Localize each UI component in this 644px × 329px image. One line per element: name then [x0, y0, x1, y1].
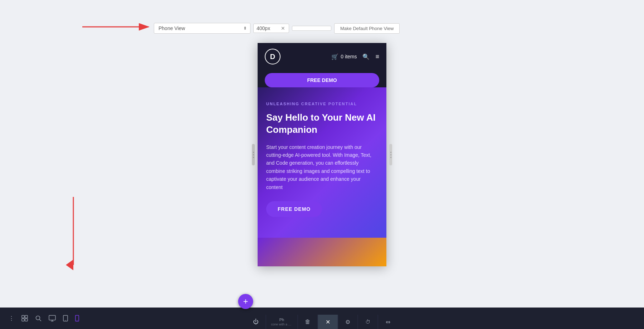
hero-title: Say Hello to Your New AI Companion	[266, 112, 378, 136]
cart-icon: 🛒	[331, 53, 338, 60]
make-default-button[interactable]: Make Default Phone View	[334, 23, 400, 34]
svg-rect-4	[22, 315, 24, 318]
svg-rect-10	[49, 315, 55, 320]
view-select-wrapper: Phone View Desktop View Tablet View ⬍	[154, 23, 250, 34]
visibility-toggle[interactable]: ⏻	[246, 315, 266, 329]
resize-dot	[390, 154, 391, 155]
svg-rect-5	[25, 315, 28, 318]
resize-handle-left[interactable]	[252, 144, 255, 165]
center-action-bar: + ⏻ Ph cone with a ch... chip cookie on …	[246, 315, 398, 329]
tablet-view-button[interactable]	[60, 312, 71, 324]
svg-point-14	[65, 320, 66, 321]
hero-description: Start your content creation journey with…	[266, 143, 378, 191]
svg-line-9	[40, 320, 41, 321]
settings-icon: ⚙	[345, 319, 350, 325]
svg-point-16	[77, 320, 78, 321]
search-icon	[35, 315, 42, 321]
layout-icon	[21, 315, 28, 321]
resize-dot	[253, 157, 254, 158]
bottom-left-tools: ⋮	[6, 312, 82, 325]
resize-icon: ⇔	[386, 319, 390, 325]
close-button[interactable]: ✕	[318, 315, 338, 329]
svg-rect-6	[22, 319, 24, 321]
delete-button[interactable]: 🗑	[298, 315, 318, 329]
action-bar-inner: ⏻ Ph cone with a ch... chip cookie on to…	[246, 315, 398, 329]
search-icon[interactable]: 🔍	[362, 53, 370, 60]
element-name-text: Ph	[279, 318, 284, 322]
hamburger-icon[interactable]: ≡	[375, 53, 379, 61]
resize-dot	[253, 154, 254, 155]
more-options-button[interactable]: ⋮	[6, 312, 17, 325]
layout-button[interactable]	[19, 312, 31, 324]
resize-dot	[253, 152, 254, 153]
hero-cta-button[interactable]: FREE DEMO	[266, 201, 322, 217]
cart-icon-wrap[interactable]: 🛒 0 items	[331, 53, 357, 60]
canvas-area: D 🛒 0 items 🔍 ≡ FREE DEMO UNLEASHING CRE…	[0, 0, 644, 329]
hero-subtitle: UNLEASHING CREATIVE POTENTIAL	[266, 102, 378, 106]
svg-point-8	[36, 316, 40, 320]
fab-add-button[interactable]: +	[238, 294, 253, 309]
search-button[interactable]	[32, 312, 44, 324]
view-select[interactable]: Phone View Desktop View Tablet View	[154, 23, 250, 34]
top-toolbar: Phone View Desktop View Tablet View ⬍ ✕ …	[0, 23, 644, 34]
clear-width-button[interactable]: ✕	[280, 25, 286, 31]
cart-count: 0 items	[341, 54, 357, 59]
power-icon: ⏻	[253, 319, 259, 325]
resize-dot	[390, 152, 391, 153]
resize-handle-right[interactable]	[389, 144, 392, 165]
svg-rect-7	[25, 319, 28, 321]
phone-view-button[interactable]	[72, 312, 82, 324]
phone-icon	[75, 315, 79, 321]
close-icon: ✕	[326, 319, 330, 325]
element-sub-text: cone with a ch... chip cookie on top...	[271, 323, 293, 326]
history-icon: ⏱	[365, 319, 370, 325]
phone-preview-container: D 🛒 0 items 🔍 ≡ FREE DEMO UNLEASHING CRE…	[258, 43, 386, 266]
site-logo: D	[265, 49, 280, 64]
phone-nav-right: 🛒 0 items 🔍 ≡	[331, 53, 379, 61]
resize-dot	[390, 157, 391, 158]
desktop-icon	[49, 315, 56, 321]
tablet-icon	[63, 315, 68, 321]
width-input-wrapper: ✕	[253, 24, 289, 33]
resize-transform-button[interactable]: ⇔	[378, 315, 398, 329]
width-input[interactable]	[257, 25, 278, 31]
element-label[interactable]: Ph cone with a ch... chip cookie on top.…	[266, 315, 298, 329]
phone-hero-section: UNLEASHING CREATIVE POTENTIAL Say Hello …	[258, 87, 386, 238]
phone-bottom-section	[258, 238, 386, 266]
nav-free-demo-button[interactable]: FREE DEMO	[265, 73, 379, 87]
delete-icon: 🗑	[305, 319, 311, 325]
extra-width-field	[292, 26, 331, 31]
phone-preview: D 🛒 0 items 🔍 ≡ FREE DEMO UNLEASHING CRE…	[258, 43, 386, 266]
phone-nav: D 🛒 0 items 🔍 ≡	[258, 43, 386, 70]
history-button[interactable]: ⏱	[358, 315, 378, 329]
desktop-view-button[interactable]	[46, 312, 59, 324]
settings-button[interactable]: ⚙	[338, 315, 358, 329]
